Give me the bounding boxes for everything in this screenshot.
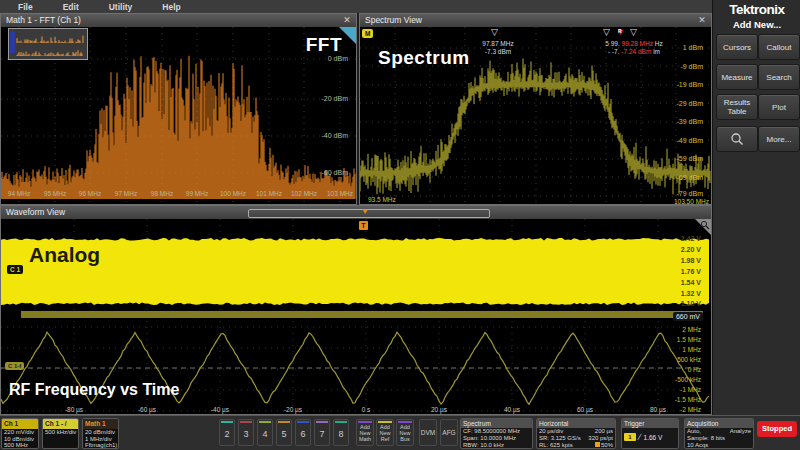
search-button[interactable]: Search bbox=[758, 64, 800, 90]
cursors-button[interactable]: Cursors bbox=[716, 34, 758, 60]
zoom-mode-button[interactable] bbox=[716, 126, 758, 152]
sample-rate: SR: 3.125 GS/s bbox=[539, 435, 581, 442]
spectrum-plot-area[interactable]: M Spectrum ▽ ▽ ▼ R ▽ 97.87 MHz -7.3 dBm … bbox=[360, 27, 711, 204]
ref-color-stripe bbox=[378, 421, 392, 423]
spectrum-settings-box[interactable]: Spectrum CF: 98.5000000 MHz Span: 10.000… bbox=[460, 418, 533, 449]
plot-button[interactable]: Plot bbox=[758, 94, 800, 120]
acq-analyze: Analyze bbox=[730, 428, 751, 435]
channel1-scale: 220 mV/div bbox=[2, 429, 38, 436]
rbw: RBW: 10.0 kHz bbox=[463, 442, 504, 449]
fft-plot-area[interactable]: FFT 0 dBm -20 dBm -40 dBm -60 dBm 94 MHz… bbox=[1, 27, 356, 204]
spectrum-x-right-tick: 103.50 MHz bbox=[674, 198, 709, 204]
peak-marker-icon[interactable]: ▽ bbox=[630, 28, 637, 37]
fft-close-icon[interactable]: ✕ bbox=[341, 14, 353, 27]
reference-marker-tag: R bbox=[618, 28, 622, 34]
marker2-unit-hidden: Hz bbox=[655, 40, 663, 47]
math1-badge[interactable]: Math 1 20 dBm/div 1 MHz/div Fftmag(ch1) bbox=[82, 418, 119, 449]
fft-x-tick: 98 MHz bbox=[151, 190, 173, 197]
spectrum-y-tick: -69 dBm bbox=[677, 174, 703, 181]
spectrum-source-badge[interactable]: M bbox=[362, 29, 373, 38]
horizontal-settings-box[interactable]: Horizontal 20 µs/div200 µs SR: 3.125 GS/… bbox=[536, 418, 616, 449]
callout-button[interactable]: Callout bbox=[758, 34, 800, 60]
menu-help[interactable]: Help bbox=[162, 2, 180, 12]
channel8-number: 8 bbox=[334, 423, 348, 445]
horizontal-position-icon bbox=[595, 442, 600, 447]
trigger-settings-title: Trigger bbox=[622, 419, 678, 428]
menu-edit[interactable]: Edit bbox=[63, 2, 79, 12]
magnifier-icon bbox=[700, 220, 710, 230]
spectrum-label: Spectrum bbox=[378, 47, 470, 69]
spectrum-y-tick: -59 dBm bbox=[677, 155, 703, 162]
dvm-button[interactable]: DVM bbox=[419, 419, 437, 446]
run-stop-button[interactable]: Stopped bbox=[757, 421, 797, 437]
fft-y-tick: -60 dBm bbox=[322, 169, 348, 176]
bottom-settings-bar: Ch 1 220 mV/div 10 dBm/div 500 MHz Ch 1 … bbox=[0, 415, 800, 450]
acquisition-settings-box[interactable]: Acquisition Auto,Analyze Sample: 8 bits … bbox=[684, 418, 754, 449]
trigger-settings-box[interactable]: Trigger 1 ∕ 1.66 V bbox=[621, 418, 679, 449]
thumbnail-trace bbox=[9, 29, 85, 57]
add-new-math-label: Add New Math bbox=[357, 424, 373, 442]
trigger-source-badge: 1 bbox=[624, 433, 636, 441]
spectrum-y-tick: -9 dBm bbox=[680, 63, 703, 70]
channel2-button[interactable]: 2 bbox=[219, 419, 235, 446]
peak-marker-icon[interactable]: ▽ bbox=[491, 28, 498, 37]
voltage-tick: 2.42 V bbox=[681, 235, 701, 242]
marker2-trail: im bbox=[653, 48, 660, 55]
channel4-button[interactable]: 4 bbox=[257, 419, 273, 446]
spectrum-y-tick: -29 dBm bbox=[677, 100, 703, 107]
spectrum-close-icon[interactable]: ✕ bbox=[696, 14, 708, 27]
channel1-scale2: 10 dBm/div bbox=[2, 436, 38, 443]
record-duration: 200 µs bbox=[595, 428, 613, 435]
afg-button[interactable]: AFG bbox=[440, 419, 458, 446]
measure-button[interactable]: Measure bbox=[716, 64, 758, 90]
fft-overview-thumbnail[interactable] bbox=[8, 28, 88, 60]
menu-file[interactable]: File bbox=[18, 2, 33, 12]
channel7-button[interactable]: 7 bbox=[314, 419, 330, 446]
fft-label: FFT bbox=[306, 34, 342, 56]
frequency-tick: -1.5 MHz bbox=[675, 396, 701, 403]
horizontal-position: 50% bbox=[601, 442, 613, 448]
voltage-badge-660mv: 660 mV bbox=[673, 312, 703, 321]
add-new-bus-button[interactable]: Add New Bus bbox=[396, 419, 414, 446]
magnifier-icon bbox=[730, 132, 744, 146]
menu-utility[interactable]: Utility bbox=[109, 2, 133, 12]
channel5-button[interactable]: 5 bbox=[276, 419, 292, 446]
channel1-badge-name: Ch 1 bbox=[2, 419, 38, 429]
fft-x-tick: 100 MHz bbox=[220, 190, 246, 197]
trigger-position-flag[interactable]: T bbox=[359, 221, 368, 230]
channel1-freq-badge[interactable]: Ch 1 - / 500 kHz/div bbox=[42, 418, 79, 449]
results-table-button[interactable]: Results Table bbox=[716, 94, 758, 120]
panel-handle-icon[interactable] bbox=[339, 27, 356, 44]
waveform-plot-area[interactable]: 880 mV Analog C 1 C 1-f T 2.42 V 2.20 V … bbox=[1, 219, 711, 414]
voltage-tick: 1.98 V bbox=[681, 257, 701, 264]
channel1-freq-scale: 500 kHz/div bbox=[43, 429, 78, 436]
fft-x-tick: 101 MHz bbox=[256, 190, 282, 197]
channel1-badge[interactable]: Ch 1 220 mV/div 10 dBm/div 500 MHz bbox=[1, 418, 39, 449]
horizontal-settings-title: Horizontal bbox=[537, 419, 615, 428]
channel6-button[interactable]: 6 bbox=[295, 419, 311, 446]
channel8-button[interactable]: 8 bbox=[333, 419, 349, 446]
fft-x-tick: 95 MHz bbox=[44, 190, 66, 197]
oscilloscope-screen: File Edit Utility Help Math 1 - FFT (Ch … bbox=[0, 0, 800, 450]
add-new-bus-label: Add New Bus bbox=[397, 424, 413, 442]
trigger-indicator-icon[interactable]: ▼ bbox=[361, 207, 369, 216]
channel1-freq-handle-badge[interactable]: C 1-f bbox=[5, 362, 24, 370]
fft-panel-title: Math 1 - FFT (Ch 1) bbox=[1, 14, 356, 27]
math1-function: Fftmag(ch1) bbox=[83, 442, 118, 449]
more-button[interactable]: More... bbox=[758, 126, 800, 152]
sidebar: Tektronix Add New... Cursors Callout Mea… bbox=[712, 0, 800, 415]
acq-count: 10 Acqs bbox=[687, 442, 708, 449]
math1-scale2: 1 MHz/div bbox=[83, 436, 118, 443]
add-new-math-button[interactable]: Add New Math bbox=[356, 419, 374, 446]
menu-bar: File Edit Utility Help bbox=[0, 0, 712, 13]
fft-x-tick: 99 MHz bbox=[186, 190, 208, 197]
frequency-tick: 1 MHz bbox=[682, 346, 701, 353]
frequency-tick: -1 MHz bbox=[680, 386, 701, 393]
time-tick: 20 µs bbox=[431, 406, 447, 413]
add-new-ref-button[interactable]: Add New Ref bbox=[376, 419, 394, 446]
frequency-tick: 500 kHz bbox=[677, 356, 701, 363]
peak-marker-icon[interactable]: ▽ bbox=[603, 28, 610, 37]
horizontal-scrollbar[interactable] bbox=[248, 209, 490, 218]
channel1-handle-badge[interactable]: C 1 bbox=[7, 265, 23, 274]
channel3-button[interactable]: 3 bbox=[238, 419, 254, 446]
